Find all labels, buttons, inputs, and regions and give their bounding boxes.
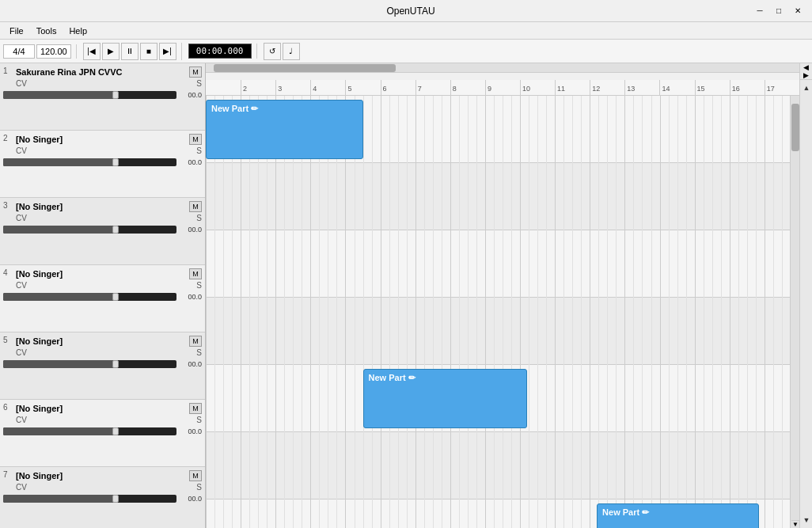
h-scrollbar-thumb[interactable] — [214, 64, 396, 72]
track-fader-7[interactable] — [3, 495, 176, 503]
track-mute-5[interactable]: M — [189, 336, 202, 347]
menu-tools[interactable]: Tools — [30, 25, 63, 37]
track-fader-1[interactable] — [3, 91, 176, 99]
track-mute-1[interactable]: M — [189, 66, 202, 78]
track-cv-row-7: CV S — [16, 483, 202, 492]
track-fader-fill-2 — [3, 158, 116, 166]
grid-and-scroll: New Part ✏New Part ✏New Part ✏New Part ✏… — [206, 96, 799, 528]
track-fader-thumb-5[interactable] — [112, 360, 119, 368]
grid-row-4[interactable] — [206, 298, 790, 365]
ruler-mark-7: 8 — [450, 80, 485, 95]
track-cv-label-3: CV — [16, 214, 27, 222]
track-mute-2[interactable]: M — [189, 134, 202, 145]
ruler-mark-1: 2 — [241, 80, 275, 95]
horizontal-scrollbar[interactable] — [206, 63, 799, 73]
track-cv-label-1: CV — [16, 79, 27, 88]
track-solo-label-1[interactable]: S — [196, 79, 202, 88]
track-fader-row-3: 00.0 — [3, 226, 202, 234]
loop-button[interactable]: ↺ — [264, 43, 281, 60]
track-solo-label-3[interactable]: S — [196, 214, 202, 222]
track-fader-thumb-4[interactable] — [112, 293, 119, 301]
time-signature[interactable]: 4/4 — [3, 44, 35, 59]
track-cv-row-2: CV S — [16, 146, 202, 155]
track-solo-label-5[interactable]: S — [196, 348, 202, 357]
track-mute-7[interactable]: M — [189, 470, 202, 481]
titlebar-title: OpenUTAU — [70, 6, 752, 17]
metronome-button[interactable]: ♩ — [283, 43, 300, 60]
nav-right-button[interactable]: ▶ — [800, 71, 812, 79]
grid-row-2[interactable] — [206, 163, 790, 230]
nav-left-button[interactable]: ◀ — [800, 63, 812, 71]
track-mute-3[interactable]: M — [189, 201, 202, 212]
nav-spacer — [800, 96, 812, 512]
grid-container: New Part ✏New Part ✏New Part ✏New Part ✏ — [206, 96, 790, 528]
track-fader-row-1: 00.0 — [3, 91, 202, 99]
track-number-4: 4 — [3, 268, 8, 277]
v-scrollbar-thumb[interactable] — [791, 104, 799, 151]
track-solo-label-4[interactable]: S — [196, 281, 202, 290]
ruler-label-16: 17 — [765, 85, 775, 93]
track-solo-label-6[interactable]: S — [196, 416, 202, 424]
track-header-6: [No Singer] M — [3, 403, 202, 414]
menu-help[interactable]: Help — [63, 25, 93, 37]
track-solo-label-7[interactable]: S — [196, 483, 202, 492]
track-row-3: 3 [No Singer] M CV S 00.0 — [0, 198, 205, 265]
track-fader-thumb-7[interactable] — [112, 495, 119, 503]
track-fader-4[interactable] — [3, 293, 176, 301]
track-number-2: 2 — [3, 134, 8, 142]
track-fader-thumb-2[interactable] — [112, 158, 119, 166]
maximize-button[interactable]: □ — [771, 3, 787, 19]
fastforward-button[interactable]: ▶| — [159, 43, 176, 60]
grid-row-3[interactable] — [206, 230, 790, 298]
play-button[interactable]: ▶ — [102, 43, 120, 60]
track-mute-6[interactable]: M — [189, 403, 202, 414]
ruler-mark-11: 12 — [590, 80, 624, 95]
ruler-mark-0 — [206, 80, 241, 95]
right-nav-col: ▲ ▼ — [799, 80, 812, 528]
track-fader-6[interactable] — [3, 427, 176, 435]
menu-file[interactable]: File — [3, 25, 30, 37]
track-fader-thumb-3[interactable] — [112, 226, 119, 234]
part-2[interactable]: New Part ✏ — [363, 369, 527, 428]
track-fader-5[interactable] — [3, 360, 176, 368]
ruler-mark-8: 9 — [485, 80, 520, 95]
rewind-button[interactable]: |◀ — [83, 43, 101, 60]
grid-row-6[interactable] — [206, 432, 790, 500]
ruler-label-1: 2 — [241, 85, 247, 93]
ruler-mark-16: 17 — [765, 80, 799, 95]
track-name-1: Sakurane Rina JPN CVVC — [16, 67, 188, 77]
scroll-down-button[interactable]: ▼ — [791, 520, 799, 528]
track-fader-fill-6 — [3, 427, 116, 435]
ruler-mark-4: 5 — [345, 80, 380, 95]
close-button[interactable]: ✕ — [790, 3, 806, 19]
track-cv-label-2: CV — [16, 146, 27, 155]
track-name-7: [No Singer] — [16, 471, 188, 481]
track-solo-label-2[interactable]: S — [196, 146, 202, 155]
nav-down-button[interactable]: ▼ — [800, 512, 812, 528]
bpm[interactable]: 120.00 — [36, 44, 71, 59]
minimize-button[interactable]: ─ — [752, 3, 768, 19]
pause-button[interactable]: ⏸ — [121, 43, 138, 60]
ruler-label-5: 6 — [381, 85, 387, 93]
track-fader-2[interactable] — [3, 158, 176, 166]
ruler-label-12: 13 — [625, 85, 635, 93]
track-cv-label-5: CV — [16, 348, 27, 357]
ruler-mark-14: 15 — [695, 80, 730, 95]
timestamp-section: 00:00.000 — [188, 44, 257, 59]
track-row-1: 1 Sakurane Rina JPN CVVC M CV S 00.0 — [0, 63, 205, 131]
part-1[interactable]: New Part ✏ — [206, 100, 363, 159]
part-3[interactable]: New Part ✏ — [597, 503, 759, 528]
track-fader-thumb-6[interactable] — [112, 427, 119, 435]
track-fader-row-7: 00.0 — [3, 495, 202, 503]
track-vol-3: 00.0 — [180, 226, 202, 234]
toolbar: 4/4 120.00 |◀ ▶ ⏸ ■ ▶| 00:00.000 ↺ ♩ — [0, 40, 812, 63]
vertical-scrollbar[interactable]: ▼ — [790, 96, 799, 528]
track-mute-4[interactable]: M — [189, 268, 202, 279]
ruler-mark-5: 6 — [381, 80, 415, 95]
ruler-label-4: 5 — [346, 85, 351, 93]
track-fader-thumb-1[interactable] — [112, 91, 119, 99]
track-fader-fill-1 — [3, 91, 116, 99]
nav-up-button[interactable]: ▲ — [800, 80, 812, 96]
stop-button[interactable]: ■ — [140, 43, 157, 60]
track-fader-3[interactable] — [3, 226, 176, 234]
